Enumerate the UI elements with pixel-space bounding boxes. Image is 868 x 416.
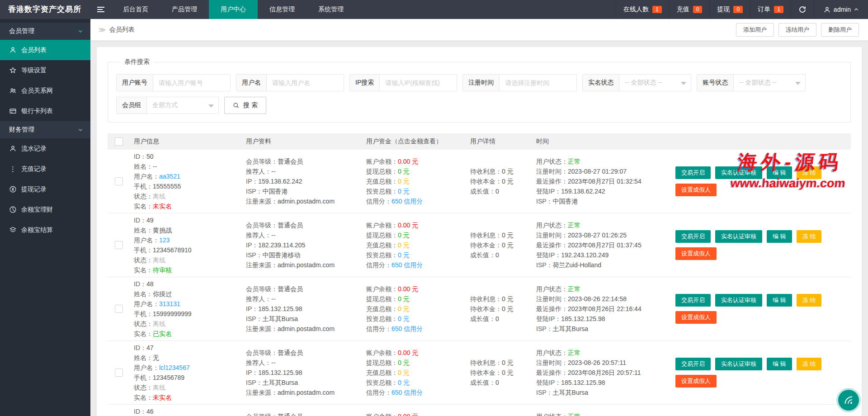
sidebar-item-bank-card-list[interactable]: 银行卡列表 [0, 101, 90, 121]
credit-score-link[interactable]: 650 信用分 [392, 325, 423, 332]
register-time-input[interactable] [500, 75, 576, 91]
refresh-icon[interactable] [791, 0, 814, 19]
user-account-input[interactable] [153, 75, 230, 91]
account-status-select[interactable]: 账号状态 -- 全部状态 -- [697, 74, 806, 91]
nav-item-products[interactable]: 产品管理 [160, 0, 209, 19]
withdraw-total[interactable]: 0 元 [398, 168, 410, 175]
breadcrumb-arrow-icon: ≫ [99, 26, 106, 34]
trade-open-button[interactable]: 交易开启 [675, 230, 711, 243]
order-stat[interactable]: 订单 1 [750, 0, 791, 19]
sidebar-group-finance-mgmt[interactable]: 财务管理 [0, 121, 90, 138]
set-fake-button[interactable]: 设置成假人 [675, 247, 717, 260]
account-balance[interactable]: 0.00 元 [398, 222, 418, 229]
realname-audit-button[interactable]: 实名认证审核 [715, 230, 762, 243]
credit-score-link[interactable]: 650 信用分 [392, 198, 423, 205]
invest-total[interactable]: 0 元 [398, 315, 410, 322]
credit-score-link[interactable]: 650 信用分 [392, 261, 423, 269]
edit-button[interactable]: 编 辑 [767, 294, 792, 307]
username-link[interactable]: 313131 [159, 300, 180, 307]
row-checkbox[interactable] [115, 177, 123, 185]
member-group-select[interactable]: 会员组 全部方式 [116, 97, 219, 114]
register-source: admin.postadm.com [278, 198, 335, 205]
admin-menu[interactable]: admin [814, 0, 868, 19]
freeze-button[interactable]: 冻 结 [797, 358, 822, 370]
login-isp: 中国香港 [553, 198, 578, 205]
hamburger-icon[interactable] [90, 0, 111, 19]
edit-button[interactable]: 编 辑 [767, 166, 792, 179]
order-badge: 1 [774, 6, 783, 13]
realname-audit-button[interactable]: 实名认证审核 [715, 294, 762, 307]
sidebar-group-member-mgmt[interactable]: 会员管理 [0, 23, 90, 40]
account-balance[interactable]: 0.00 元 [398, 285, 418, 293]
account-balance[interactable]: 0.00 元 [398, 349, 418, 356]
user-info-cell: ID：48 姓名：你摸过 用户名：313131 手机：15999999999 状… [130, 277, 242, 340]
row-checkbox[interactable] [115, 305, 123, 313]
realname-audit-button[interactable]: 实名认证审核 [715, 166, 762, 179]
invest-total[interactable]: 0 元 [398, 379, 410, 386]
realname-audit-button[interactable]: 实名认证审核 [715, 358, 762, 370]
sidebar-item-yuebao-settle[interactable]: 余额宝结算 [0, 220, 90, 240]
freeze-button[interactable]: 冻 结 [797, 230, 822, 243]
sidebar-item-recharge-records[interactable]: ⋮ 充值记录 [0, 159, 90, 179]
account-balance[interactable]: 0.00 元 [398, 158, 418, 165]
username-link[interactable]: lcl1234567 [159, 364, 190, 371]
sidebar-item-withdraw-records[interactable]: 提现记录 [0, 179, 90, 199]
set-fake-button[interactable]: 设置成假人 [675, 375, 717, 388]
row-checkbox[interactable] [115, 241, 123, 249]
sidebar-item-member-list[interactable]: 会员列表 [0, 40, 90, 60]
search-icon [233, 102, 240, 109]
username-link[interactable]: aa3521 [159, 173, 180, 180]
recharge-total[interactable]: 0 元 [398, 178, 410, 185]
back-top-button[interactable] [838, 390, 859, 411]
register-ip: 185.132.125.98 [258, 305, 302, 312]
freeze-button[interactable]: 冻 结 [797, 294, 822, 307]
add-user-button[interactable]: 添加用户 [736, 23, 774, 37]
online-count-stat[interactable]: 在线人数 1 [616, 0, 669, 19]
nav-item-user-center[interactable]: 用户中心 [209, 0, 258, 19]
sidebar-item-flow-records[interactable]: 流水记录 [0, 138, 90, 159]
edit-button[interactable]: 编 辑 [767, 358, 792, 370]
invest-total[interactable]: 0 元 [398, 188, 410, 195]
select-all-checkbox[interactable] [115, 137, 123, 146]
sidebar-item-member-network[interactable]: 会员关系网 [0, 80, 90, 101]
recharge-total[interactable]: 0 元 [398, 241, 410, 249]
invest-total[interactable]: 0 元 [398, 251, 410, 259]
freeze-button[interactable]: 冻 结 [797, 166, 822, 179]
user-phone: 15999999999 [153, 310, 192, 317]
trade-open-button[interactable]: 交易开启 [675, 358, 711, 370]
withdraw-total[interactable]: 0 元 [398, 295, 410, 303]
sidebar-item-yuebao-invest[interactable]: 余额宝理财 [0, 199, 90, 220]
trade-open-button[interactable]: 交易开启 [675, 166, 711, 179]
realname-status-select[interactable]: 实名状态 -- 全部状态 -- [582, 74, 691, 91]
recharge-stat[interactable]: 充值 0 [669, 0, 710, 19]
recharge-total[interactable]: 0 元 [398, 305, 410, 312]
username-input[interactable] [267, 75, 344, 91]
top-navbar: 香港数字资产交易所 后台首页 产品管理 用户中心 信息管理 系统管理 在线人数 … [0, 0, 868, 19]
recharge-total[interactable]: 0 元 [398, 369, 410, 376]
withdraw-stat[interactable]: 提现 0 [709, 0, 750, 19]
online-count-badge: 1 [652, 6, 662, 13]
actions-cell: 交易开启 实名认证审核 编 辑 冻 结 设置成假人 [672, 405, 851, 416]
user-profile-cell: 会员等级：普通会员 推荐人：-- IP：185.132.125.98 ISP：土… [242, 405, 363, 416]
trade-open-button[interactable]: 交易开启 [675, 294, 711, 307]
credit-score-link[interactable]: 650 信用分 [392, 389, 423, 396]
withdraw-total[interactable]: 0 元 [398, 359, 410, 366]
pending-interest: 0 元 [502, 359, 514, 366]
set-fake-button[interactable]: 设置成假人 [675, 311, 717, 324]
search-button[interactable]: 搜 索 [224, 97, 266, 114]
username-link[interactable]: 123 [159, 236, 170, 244]
set-fake-button[interactable]: 设置成假人 [675, 184, 717, 196]
nav-item-system[interactable]: 系统管理 [307, 0, 355, 19]
nav-item-info[interactable]: 信息管理 [258, 0, 307, 19]
row-checkbox[interactable] [115, 369, 123, 377]
withdraw-total[interactable]: 0 元 [398, 232, 410, 239]
ip-search-input[interactable] [380, 75, 457, 91]
nav-item-home[interactable]: 后台首页 [111, 0, 160, 19]
sidebar-item-level-settings[interactable]: 等级设置 [0, 60, 90, 80]
user-name: 黄挑战 [153, 227, 172, 234]
register-isp: 中国香港移动 [263, 251, 301, 259]
edit-button[interactable]: 编 辑 [767, 230, 792, 243]
delete-user-button[interactable]: 删除用户 [821, 23, 859, 37]
freeze-user-button[interactable]: 冻结用户 [778, 23, 816, 37]
account-balance[interactable]: 0.00 元 [398, 413, 418, 416]
